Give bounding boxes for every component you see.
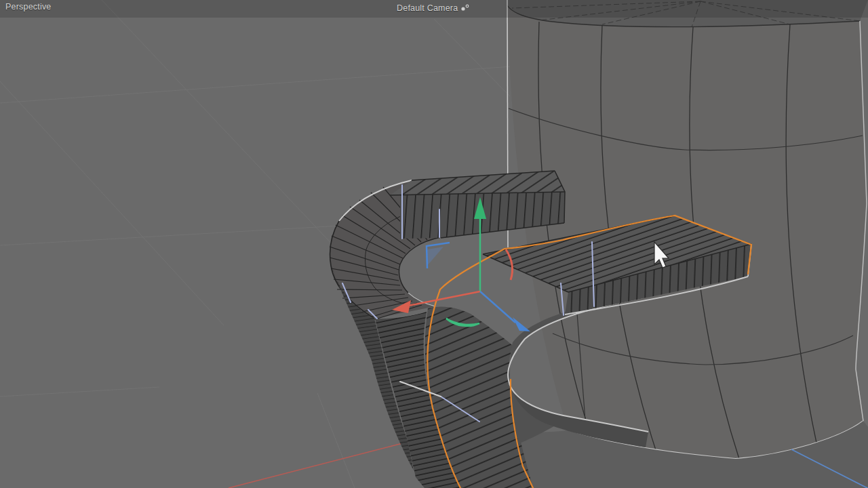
viewport-3d[interactable]: Perspective Default Camera: [0, 0, 868, 488]
camera-hud-dots-icon[interactable]: [460, 3, 470, 14]
viewport-header: Perspective Default Camera: [0, 0, 868, 18]
scene-canvas[interactable]: [0, 0, 868, 488]
camera-label-group[interactable]: Default Camera: [397, 2, 470, 14]
camera-name-label[interactable]: Default Camera: [397, 3, 458, 13]
view-mode-label[interactable]: Perspective: [5, 2, 52, 12]
